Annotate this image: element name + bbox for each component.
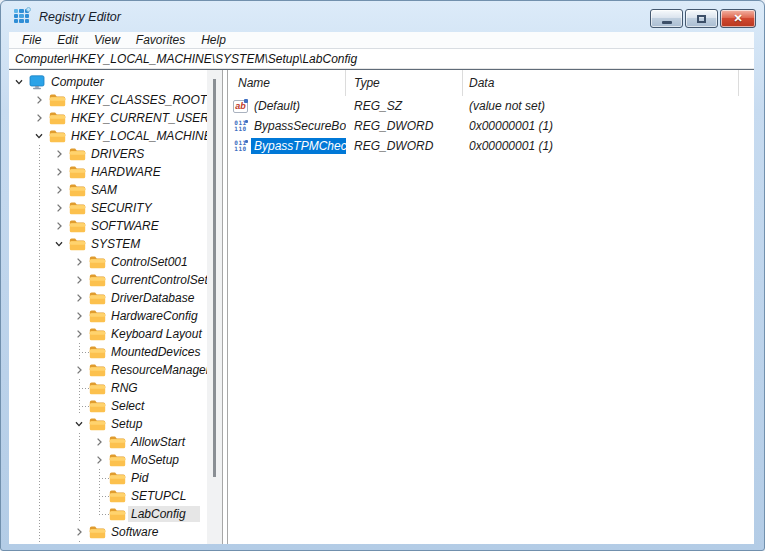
tree-item-label[interactable]: Pid bbox=[128, 470, 152, 486]
column-header-name[interactable]: Name bbox=[228, 70, 346, 96]
menu-help[interactable]: Help bbox=[193, 32, 234, 48]
chevron-right-icon[interactable] bbox=[69, 307, 89, 325]
tree-item-hkey-classes-root[interactable]: HKEY_CLASSES_ROOT bbox=[9, 91, 207, 109]
tree-item-label[interactable]: DriverDatabase bbox=[108, 290, 198, 306]
tree-item-mounteddevices[interactable]: MountedDevices bbox=[9, 343, 207, 361]
chevron-down-icon[interactable] bbox=[9, 73, 29, 91]
tree-item-keyboard-layout[interactable]: Keyboard Layout bbox=[9, 325, 207, 343]
value-name-label[interactable]: (Default) bbox=[251, 98, 303, 114]
tree-item-label[interactable]: SYSTEM bbox=[88, 236, 144, 252]
value-row-bypasstpmcheck[interactable]: 011110BypassTPMCheckREG_DWORD0x00000001 … bbox=[228, 136, 754, 156]
tree-item-resourcemanager[interactable]: ResourceManager bbox=[9, 361, 207, 379]
chevron-right-icon[interactable] bbox=[69, 271, 89, 289]
tree-item-label[interactable]: Select bbox=[108, 398, 148, 414]
address-bar[interactable]: Computer\HKEY_LOCAL_MACHINE\SYSTEM\Setup… bbox=[9, 48, 754, 69]
tree-item-hkey-local-machine[interactable]: HKEY_LOCAL_MACHINE bbox=[9, 127, 207, 145]
tree-item-software[interactable]: SOFTWARE bbox=[9, 217, 207, 235]
tree-item-label[interactable]: RNG bbox=[108, 380, 142, 396]
close-button[interactable]: ✕ bbox=[720, 9, 756, 28]
tree-item-sam[interactable]: SAM bbox=[9, 181, 207, 199]
tree-item-label[interactable]: SAM bbox=[88, 182, 121, 198]
tree-item-currentcontrolset[interactable]: CurrentControlSet bbox=[9, 271, 207, 289]
menu-edit[interactable]: Edit bbox=[49, 32, 86, 48]
tree-item-hardware[interactable]: HARDWARE bbox=[9, 163, 207, 181]
tree-item-pid[interactable]: Pid bbox=[9, 469, 207, 487]
tree-item-security[interactable]: SECURITY bbox=[9, 199, 207, 217]
chevron-right-icon[interactable] bbox=[69, 325, 89, 343]
chevron-right-icon[interactable] bbox=[49, 145, 69, 163]
tree-item-computer[interactable]: Computer bbox=[9, 73, 207, 91]
tree-item-label[interactable]: Computer bbox=[48, 74, 108, 90]
tree-item-drivers[interactable]: DRIVERS bbox=[9, 145, 207, 163]
value-name-cell[interactable]: ab(Default) bbox=[228, 98, 346, 114]
tree-item-select[interactable]: Select bbox=[9, 397, 207, 415]
tree-guide bbox=[29, 361, 49, 379]
folder-icon bbox=[49, 110, 68, 126]
tree-item-label[interactable]: HKEY_CLASSES_ROOT bbox=[68, 92, 207, 108]
maximize-button[interactable] bbox=[685, 9, 718, 28]
minimize-button[interactable] bbox=[650, 9, 683, 28]
value-row-default[interactable]: ab(Default)REG_SZ(value not set) bbox=[228, 96, 754, 116]
tree-item-label[interactable]: HKEY_LOCAL_MACHINE bbox=[68, 128, 207, 144]
chevron-right-icon[interactable] bbox=[49, 217, 69, 235]
value-row-bypasssecureboot[interactable]: 011110BypassSecureBootREG_DWORD0x0000000… bbox=[228, 116, 754, 136]
tree-item-label[interactable]: Software bbox=[108, 524, 162, 540]
chevron-right-icon[interactable] bbox=[49, 163, 69, 181]
tree-item-label[interactable]: LabConfig bbox=[128, 506, 200, 522]
column-header-data[interactable]: Data bbox=[463, 70, 739, 96]
chevron-right-icon[interactable] bbox=[49, 181, 69, 199]
value-name-cell[interactable]: 011110BypassTPMCheck bbox=[228, 138, 346, 154]
tree-item-driverdatabase[interactable]: DriverDatabase bbox=[9, 289, 207, 307]
tree-item-label[interactable]: SETUPCL bbox=[128, 488, 190, 504]
tree-item-wpa[interactable]: WPA bbox=[9, 541, 207, 544]
tree-item-allowstart[interactable]: AllowStart bbox=[9, 433, 207, 451]
tree-scrollbar-thumb[interactable] bbox=[213, 79, 216, 477]
tree-item-label[interactable]: CurrentControlSet bbox=[108, 272, 207, 288]
tree-item-rng[interactable]: RNG bbox=[9, 379, 207, 397]
chevron-right-icon[interactable] bbox=[29, 109, 49, 127]
tree-item-label[interactable]: SECURITY bbox=[88, 200, 156, 216]
tree-item-label[interactable]: WPA bbox=[108, 542, 141, 544]
tree-item-mosetup[interactable]: MoSetup bbox=[9, 451, 207, 469]
tree-item-system[interactable]: SYSTEM bbox=[9, 235, 207, 253]
tree-item-labconfig[interactable]: LabConfig bbox=[9, 505, 207, 523]
tree-item-label[interactable]: SOFTWARE bbox=[88, 218, 163, 234]
column-header-type[interactable]: Type bbox=[346, 70, 463, 96]
chevron-right-icon[interactable] bbox=[69, 253, 89, 271]
chevron-down-icon[interactable] bbox=[49, 235, 69, 253]
tree-item-setupcl[interactable]: SETUPCL bbox=[9, 487, 207, 505]
chevron-down-icon[interactable] bbox=[69, 415, 89, 433]
tree-item-label[interactable]: HKEY_CURRENT_USER bbox=[68, 110, 207, 126]
tree-item-label[interactable]: ResourceManager bbox=[108, 362, 207, 378]
tree-item-hkey-current-user[interactable]: HKEY_CURRENT_USER bbox=[9, 109, 207, 127]
tree-item-hardwareconfig[interactable]: HardwareConfig bbox=[9, 307, 207, 325]
chevron-right-icon[interactable] bbox=[49, 199, 69, 217]
chevron-down-icon[interactable] bbox=[29, 127, 49, 145]
value-name-label[interactable]: BypassSecureBoot bbox=[251, 118, 346, 134]
chevron-right-icon[interactable] bbox=[89, 451, 109, 469]
tree-scrollbar[interactable] bbox=[207, 70, 222, 544]
tree-item-software[interactable]: Software bbox=[9, 523, 207, 541]
chevron-right-icon[interactable] bbox=[89, 433, 109, 451]
tree-item-label[interactable]: Setup bbox=[108, 416, 146, 432]
tree-item-label[interactable]: MountedDevices bbox=[108, 344, 204, 360]
address-path[interactable]: Computer\HKEY_LOCAL_MACHINE\SYSTEM\Setup… bbox=[9, 52, 357, 66]
menu-view[interactable]: View bbox=[86, 32, 128, 48]
value-name-cell[interactable]: 011110BypassSecureBoot bbox=[228, 118, 346, 134]
menu-file[interactable]: File bbox=[14, 32, 49, 48]
value-name-label[interactable]: BypassTPMCheck bbox=[251, 138, 346, 154]
tree-item-setup[interactable]: Setup bbox=[9, 415, 207, 433]
tree-item-label[interactable]: HARDWARE bbox=[88, 164, 165, 180]
tree-item-label[interactable]: HardwareConfig bbox=[108, 308, 202, 324]
tree-item-label[interactable]: Keyboard Layout bbox=[108, 326, 206, 342]
tree-item-controlset001[interactable]: ControlSet001 bbox=[9, 253, 207, 271]
chevron-right-icon[interactable] bbox=[69, 361, 89, 379]
tree-item-label[interactable]: AllowStart bbox=[128, 434, 189, 450]
menu-favorites[interactable]: Favorites bbox=[128, 32, 193, 48]
tree-item-label[interactable]: MoSetup bbox=[128, 452, 183, 468]
tree-item-label[interactable]: DRIVERS bbox=[88, 146, 148, 162]
chevron-right-icon[interactable] bbox=[29, 91, 49, 109]
tree-item-label[interactable]: ControlSet001 bbox=[108, 254, 192, 270]
chevron-right-icon[interactable] bbox=[69, 523, 89, 541]
chevron-right-icon[interactable] bbox=[69, 289, 89, 307]
